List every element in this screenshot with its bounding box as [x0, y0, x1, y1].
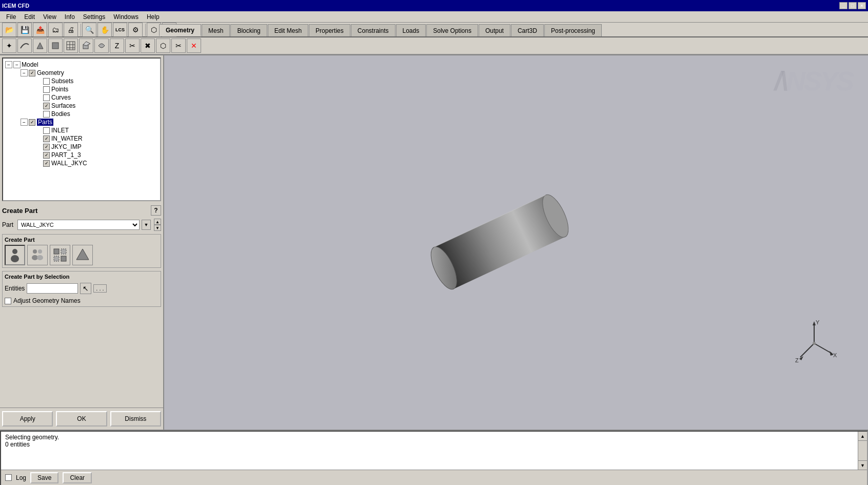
- status-scroll-down[interactable]: ▼: [858, 460, 867, 470]
- dismiss-button[interactable]: Dismiss: [110, 411, 161, 426]
- tree-item-points[interactable]: Points: [22, 85, 158, 93]
- cb-jkycimp[interactable]: [43, 144, 50, 150]
- dots-button[interactable]: . . .: [93, 284, 106, 293]
- tree-item-surfaces[interactable]: Surfaces: [22, 102, 158, 110]
- tree-item-part13[interactable]: PART_1_3: [22, 151, 158, 159]
- expand-model2[interactable]: −: [13, 61, 21, 68]
- toolbar-save-icon[interactable]: 💾: [17, 23, 32, 37]
- tree-item-subsets[interactable]: Subsets: [22, 77, 158, 85]
- maximize-button[interactable]: □: [849, 2, 857, 9]
- cb-curves[interactable]: [43, 94, 50, 101]
- menu-info[interactable]: Info: [61, 12, 79, 22]
- help-button[interactable]: ?: [151, 205, 161, 216]
- create-part-box: Create Part: [2, 234, 161, 268]
- parts-label: Parts: [37, 119, 53, 126]
- create-by-person-icon[interactable]: [5, 245, 25, 265]
- adjust-geometry-row: Adjust Geometry Names: [5, 297, 159, 304]
- menu-view[interactable]: View: [39, 12, 61, 22]
- log-checkbox[interactable]: [5, 474, 12, 481]
- transform-icon[interactable]: Z: [110, 38, 124, 53]
- close-icon[interactable]: ✕: [187, 38, 201, 53]
- split-icon[interactable]: ✂: [171, 38, 186, 53]
- delete-icon[interactable]: ✖: [141, 38, 155, 53]
- clear-button[interactable]: Clear: [63, 472, 92, 483]
- tree-item-model[interactable]: − − Model: [5, 61, 158, 69]
- tab-edit-mesh[interactable]: Edit Mesh: [268, 24, 308, 36]
- tab-solve-options[interactable]: Solve Options: [426, 24, 478, 36]
- tab-geometry[interactable]: Geometry: [159, 24, 201, 36]
- menu-windows[interactable]: Windows: [109, 12, 143, 22]
- tree-item-inlet[interactable]: INLET: [22, 126, 158, 134]
- apply-button[interactable]: Apply: [2, 411, 53, 426]
- menu-file[interactable]: File: [2, 12, 20, 22]
- toolbar-settings-icon[interactable]: ⚙: [128, 23, 143, 37]
- toolbar-lcs-icon[interactable]: LCS: [113, 23, 127, 37]
- expand-parts[interactable]: −: [21, 119, 28, 126]
- create-body-icon[interactable]: [48, 38, 63, 53]
- tree-item-bodies[interactable]: Bodies: [22, 110, 158, 118]
- cut-icon[interactable]: ✂: [125, 38, 140, 53]
- tree-item-inwater[interactable]: IN_WATER: [22, 134, 158, 143]
- menu-edit[interactable]: Edit: [20, 12, 39, 22]
- walljkyc-label: WALL_JKYC: [51, 160, 87, 167]
- tab-output[interactable]: Output: [479, 24, 510, 36]
- select-icon[interactable]: ↖: [80, 283, 91, 294]
- tree-item-parts[interactable]: − Parts: [13, 118, 158, 126]
- tree-item-jkycimp[interactable]: JKYC_IMP: [22, 143, 158, 151]
- toolbar-export-icon[interactable]: 📤: [33, 23, 47, 37]
- cb-parts[interactable]: [29, 119, 35, 126]
- tab-properties[interactable]: Properties: [309, 24, 350, 36]
- cb-inlet[interactable]: [43, 127, 50, 134]
- tab-loads[interactable]: Loads: [396, 24, 426, 36]
- tab-mesh[interactable]: Mesh: [202, 24, 230, 36]
- create-point-icon[interactable]: ✦: [2, 38, 16, 53]
- menu-help[interactable]: Help: [143, 12, 164, 22]
- part-dropdown-btn[interactable]: ▼: [142, 220, 151, 230]
- expand-model[interactable]: −: [5, 61, 12, 68]
- toolbar-zoom-icon[interactable]: 🔍: [82, 23, 96, 37]
- cb-subsets[interactable]: [43, 78, 50, 85]
- close-button[interactable]: ×: [858, 2, 866, 9]
- cb-surfaces[interactable]: [43, 103, 50, 109]
- toolbar-open-icon[interactable]: 📂: [2, 23, 16, 37]
- minimize-button[interactable]: _: [839, 2, 847, 9]
- create-surface-icon[interactable]: [33, 38, 47, 53]
- tab-blocking[interactable]: Blocking: [230, 24, 267, 36]
- extrude-icon[interactable]: [79, 38, 93, 53]
- part-select[interactable]: WALL_JKYC: [17, 220, 140, 230]
- cb-bodies[interactable]: [43, 111, 50, 118]
- mesh-icon[interactable]: [64, 38, 78, 53]
- ok-button[interactable]: OK: [56, 411, 107, 426]
- create-by-shape-icon[interactable]: [72, 245, 93, 265]
- create-by-group-icon[interactable]: [27, 245, 48, 265]
- tree-item-geometry[interactable]: − Geometry: [13, 69, 158, 77]
- expand-geometry[interactable]: −: [21, 69, 28, 76]
- revolve-icon[interactable]: [94, 38, 109, 53]
- cb-geometry[interactable]: [29, 70, 35, 76]
- toolbar-print-icon[interactable]: 🖨: [64, 23, 78, 37]
- viewport[interactable]: /\NSYS: [164, 55, 868, 430]
- scroll-up-btn[interactable]: ▲: [154, 219, 161, 225]
- tab-post-processing[interactable]: Post-processing: [544, 24, 602, 36]
- status-scroll-up[interactable]: ▲: [858, 432, 867, 441]
- toolbar-pan-icon[interactable]: ✋: [97, 23, 112, 37]
- tab-constraints[interactable]: Constraints: [351, 24, 396, 36]
- adjust-geometry-checkbox[interactable]: [5, 298, 11, 304]
- entities-input[interactable]: [27, 283, 78, 294]
- create-curve-icon[interactable]: [17, 38, 32, 53]
- panel-header: Create Part ?: [2, 205, 161, 216]
- create-by-grid-icon[interactable]: [50, 245, 70, 265]
- scroll-down-btn[interactable]: ▼: [154, 225, 161, 231]
- svg-rect-1: [52, 43, 58, 49]
- cb-inwater[interactable]: [43, 135, 50, 142]
- repair-icon[interactable]: ⬡: [156, 38, 170, 53]
- menu-settings[interactable]: Settings: [79, 12, 109, 22]
- cb-walljkyc[interactable]: [43, 160, 50, 167]
- toolbar-import-icon[interactable]: 🗂: [48, 23, 63, 37]
- tab-cart3d[interactable]: Cart3D: [511, 24, 544, 36]
- tree-item-curves[interactable]: Curves: [22, 93, 158, 102]
- save-button[interactable]: Save: [30, 472, 58, 483]
- cb-part13[interactable]: [43, 152, 50, 159]
- tree-item-walljkyc[interactable]: WALL_JKYC: [22, 159, 158, 167]
- cb-points[interactable]: [43, 86, 50, 93]
